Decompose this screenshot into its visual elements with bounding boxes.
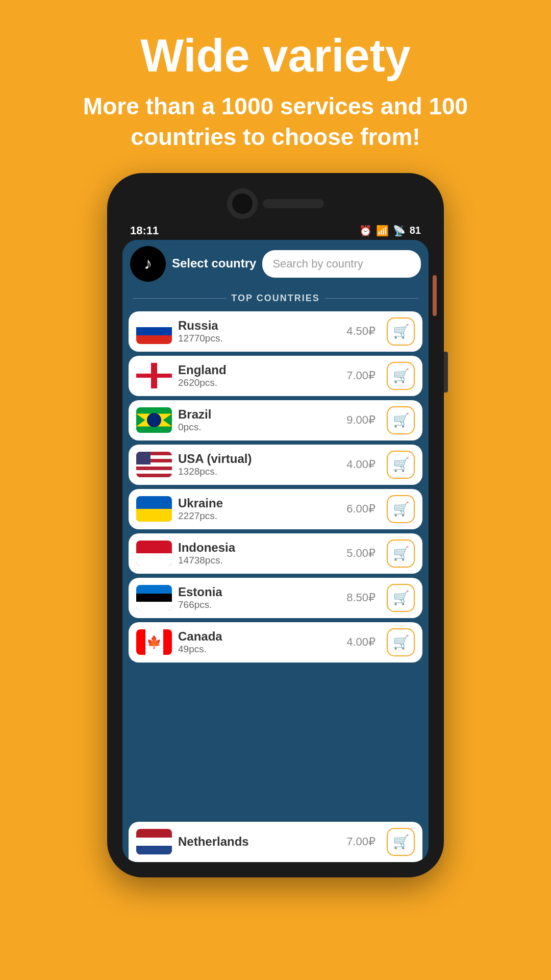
phone-notch — [122, 188, 429, 219]
country-name: Brazil — [178, 407, 340, 422]
country-price: 9.00₽ — [346, 413, 375, 427]
flag-estonia — [136, 585, 172, 610]
app-header: ♪ Select country Search by country — [122, 240, 429, 288]
flag-usa — [136, 452, 172, 477]
country-name: Estonia — [178, 585, 340, 599]
country-item-canada[interactable]: 🍁 Canada 49pcs. 4.00₽ 🛒 — [129, 622, 422, 663]
top-countries-label: TOP COUNTRIES — [231, 293, 319, 304]
signal-icon: 📡 — [393, 225, 406, 237]
select-country-label: Select country — [172, 256, 256, 271]
country-price: 5.00₽ — [346, 547, 375, 560]
country-info: Estonia 766pcs. — [178, 585, 340, 610]
flag-russia — [136, 318, 172, 344]
status-time: 18:11 — [130, 224, 159, 237]
country-info: England 2620pcs. — [178, 363, 340, 388]
country-item-england[interactable]: England 2620pcs. 7.00₽ 🛒 — [129, 356, 422, 396]
header-section: Wide variety More than a 1000 services a… — [0, 0, 551, 173]
search-box[interactable]: Search by country — [262, 250, 421, 278]
country-pcs: 14738pcs. — [178, 555, 340, 566]
country-info: Netherlands — [178, 835, 340, 849]
country-item-usa[interactable]: USA (virtual) 1328pcs. 4.00₽ 🛒 — [129, 445, 422, 485]
country-name: USA (virtual) — [178, 452, 340, 466]
country-pcs: 0pcs. — [178, 422, 340, 433]
country-price: 4.00₽ — [346, 635, 375, 649]
flag-canada: 🍁 — [136, 629, 172, 655]
phone-frame: 18:11 ⏰ 📶 📡 81 ♪ Select country Search b… — [107, 173, 444, 877]
country-info: Canada 49pcs. — [178, 629, 340, 655]
country-info: Brazil 0pcs. — [178, 407, 340, 433]
alarm-icon: ⏰ — [359, 225, 372, 237]
section-divider: TOP COUNTRIES — [122, 288, 429, 309]
countries-list: Russia 12770pcs. 4.50₽ 🛒 England 2620pcs… — [122, 309, 429, 822]
flag-england — [136, 363, 172, 388]
status-right: ⏰ 📶 📡 81 — [359, 225, 421, 237]
cart-button-canada[interactable]: 🛒 — [387, 628, 415, 656]
status-bar: 18:11 ⏰ 📶 📡 81 — [122, 222, 429, 240]
country-pcs: 2620pcs. — [178, 377, 340, 388]
phone-side-button — [444, 352, 448, 393]
search-placeholder: Search by country — [272, 257, 363, 271]
cart-button-ukraine[interactable]: 🛒 — [387, 495, 415, 523]
country-name: Ukraine — [178, 496, 340, 510]
phone-speaker — [263, 199, 324, 208]
country-pcs: 49pcs. — [178, 644, 340, 655]
country-pcs: 12770pcs. — [178, 333, 340, 344]
country-item-ukraine[interactable]: Ukraine 2227pcs. 6.00₽ 🛒 — [129, 489, 422, 529]
country-price: 4.00₽ — [346, 458, 375, 471]
country-name: England — [178, 363, 340, 377]
cart-button-russia[interactable]: 🛒 — [387, 317, 415, 346]
country-item-netherlands-partial[interactable]: Netherlands 7.00₽ 🛒 — [129, 822, 422, 862]
cart-button-indonesia[interactable]: 🛒 — [387, 540, 415, 568]
country-name: Netherlands — [178, 835, 340, 849]
cart-button-usa[interactable]: 🛒 — [387, 451, 415, 479]
main-title: Wide variety — [140, 31, 410, 81]
wifi-icon: 📶 — [376, 225, 389, 237]
country-price: 6.00₽ — [346, 502, 375, 516]
country-price: 4.50₽ — [346, 325, 375, 338]
country-name: Indonesia — [178, 541, 340, 555]
country-info: Indonesia 14738pcs. — [178, 541, 340, 566]
flag-ukraine — [136, 496, 172, 522]
country-info: USA (virtual) 1328pcs. — [178, 452, 340, 477]
flag-indonesia — [136, 541, 172, 566]
cart-button-estonia[interactable]: 🛒 — [387, 584, 415, 612]
country-name: Russia — [178, 318, 340, 333]
country-item-estonia[interactable]: Estonia 766pcs. 8.50₽ 🛒 — [129, 578, 422, 618]
country-pcs: 766pcs. — [178, 599, 340, 610]
sub-title: More than a 1000 services and 100 countr… — [20, 91, 531, 153]
country-info: Ukraine 2227pcs. — [178, 496, 340, 522]
country-item-indonesia[interactable]: Indonesia 14738pcs. 5.00₽ 🛒 — [129, 533, 422, 574]
phone-camera — [227, 188, 258, 219]
flag-netherlands — [136, 829, 172, 854]
country-item-brazil[interactable]: Brazil 0pcs. 9.00₽ 🛒 — [129, 400, 422, 440]
country-price: 7.00₽ — [346, 835, 375, 848]
country-pcs: 2227pcs. — [178, 510, 340, 522]
country-price: 7.00₽ — [346, 369, 375, 382]
cart-button-england[interactable]: 🛒 — [387, 362, 415, 390]
country-item-russia[interactable]: Russia 12770pcs. 4.50₽ 🛒 — [129, 311, 422, 352]
country-price: 8.50₽ — [346, 591, 375, 604]
country-info: Russia 12770pcs. — [178, 318, 340, 344]
cart-button-brazil[interactable]: 🛒 — [387, 406, 415, 434]
tiktok-icon: ♪ — [144, 254, 152, 273]
country-name: Canada — [178, 629, 340, 644]
tiktok-logo: ♪ — [130, 246, 166, 282]
cart-button-netherlands[interactable]: 🛒 — [387, 828, 415, 856]
battery-level: 81 — [410, 225, 421, 236]
phone-screen: ♪ Select country Search by country TOP C… — [122, 240, 429, 862]
country-pcs: 1328pcs. — [178, 466, 340, 477]
flag-brazil — [136, 407, 172, 433]
